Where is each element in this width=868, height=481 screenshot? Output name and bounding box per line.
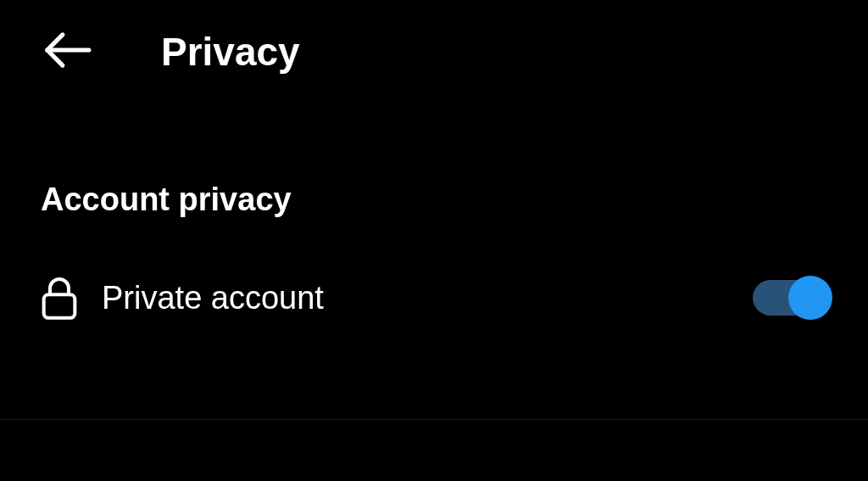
section-header: Account privacy: [41, 182, 827, 218]
page-title: Privacy: [161, 29, 300, 75]
header: Privacy: [0, 0, 868, 80]
private-account-row: Private account: [41, 269, 827, 327]
private-account-label: Private account: [102, 280, 324, 316]
divider: [0, 419, 868, 420]
svg-rect-1: [44, 294, 75, 318]
back-button[interactable]: [41, 24, 93, 80]
private-account-toggle[interactable]: [753, 280, 827, 316]
toggle-knob: [788, 276, 832, 320]
account-privacy-section: Account privacy Private account: [0, 182, 868, 327]
arrow-left-icon: [41, 24, 93, 80]
lock-icon: [41, 276, 78, 320]
setting-left: Private account: [41, 276, 324, 320]
